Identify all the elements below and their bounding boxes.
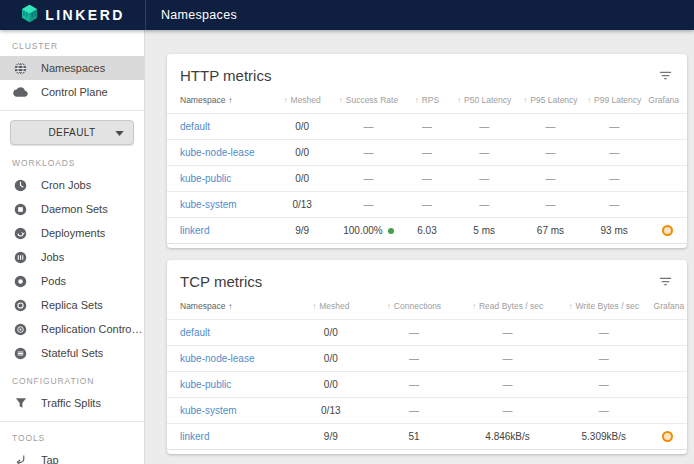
tcp-metrics-card: TCP metrics Namespace↑↑Meshed↑Connection…	[167, 260, 687, 454]
column-header-grafana: Grafana	[645, 91, 687, 114]
metric-cell: —	[333, 114, 403, 140]
metric-cell: —	[557, 372, 651, 398]
sidebar-sections: CLUSTERNamespacesControl PlaneDEFAULTWOR…	[0, 30, 144, 464]
column-header-write-bytes-sec[interactable]: ↑Write Bytes / sec	[557, 297, 651, 320]
grafana-cell	[651, 320, 687, 346]
table-row-linkerd: linkerd9/9100.00%6.035 ms67 ms93 ms	[167, 218, 687, 244]
sidebar-item-daemon-sets[interactable]: Daemon Sets	[0, 197, 144, 221]
namespace-link[interactable]: kube-system	[180, 199, 237, 210]
traffic-splits-icon	[13, 397, 28, 409]
topbar-divider	[145, 0, 146, 30]
sidebar-item-jobs[interactable]: Jobs	[0, 245, 144, 269]
namespace-cell: linkerd	[167, 424, 292, 450]
daemon-sets-icon	[13, 203, 28, 216]
column-header-namespace[interactable]: Namespace↑	[167, 297, 292, 320]
column-header-rps[interactable]: ↑RPS	[404, 91, 451, 114]
grafana-icon[interactable]	[662, 225, 673, 236]
grafana-cell	[645, 114, 687, 140]
metric-cell: 6.03	[404, 218, 451, 244]
tcp-metrics-title: TCP metrics	[180, 273, 262, 290]
metric-cell: —	[404, 140, 451, 166]
sidebar-section-workloads: WORKLOADSCron JobsDaemon SetsDeployments…	[0, 147, 144, 365]
namespace-link[interactable]: kube-node-lease	[180, 147, 255, 158]
namespace-cell: default	[167, 320, 292, 346]
grafana-cell	[645, 192, 687, 218]
grafana-cell	[651, 372, 687, 398]
sidebar-item-replication-controllers[interactable]: Replication Controllers	[0, 317, 144, 341]
sidebar-item-deployments[interactable]: Deployments	[0, 221, 144, 245]
sort-icon: ↑	[387, 302, 391, 311]
column-header-meshed[interactable]: ↑Meshed	[292, 297, 370, 320]
namespace-link[interactable]: default	[180, 121, 210, 132]
namespace-link[interactable]: linkerd	[180, 431, 209, 442]
sidebar-item-label: Pods	[41, 275, 66, 287]
namespace-selector-value: DEFAULT	[48, 127, 95, 138]
filter-list-icon[interactable]	[658, 274, 673, 289]
namespace-link[interactable]: kube-node-lease	[180, 353, 255, 364]
metric-cell: 93 ms	[583, 218, 645, 244]
sort-asc-icon: ↑	[228, 302, 232, 311]
deployments-icon	[13, 227, 28, 240]
sidebar-section-label: CLUSTER	[0, 30, 144, 56]
column-header-read-bytes-sec[interactable]: ↑Read Bytes / sec	[458, 297, 557, 320]
metric-cell: —	[458, 398, 557, 424]
metric-cell: —	[370, 398, 458, 424]
namespace-link[interactable]: kube-public	[180, 379, 231, 390]
metric-cell: —	[458, 320, 557, 346]
sidebar: CLUSTERNamespacesControl PlaneDEFAULTWOR…	[0, 30, 145, 464]
namespace-link[interactable]: kube-system	[180, 405, 237, 416]
sidebar-item-label: Namespaces	[41, 62, 105, 74]
sidebar-item-replica-sets[interactable]: Replica Sets	[0, 293, 144, 317]
namespace-link[interactable]: kube-public	[180, 173, 231, 184]
sidebar-item-label: Cron Jobs	[41, 179, 91, 191]
column-header-meshed[interactable]: ↑Meshed	[271, 91, 333, 114]
sidebar-item-label: Replica Sets	[41, 299, 103, 311]
column-header-p99-latency[interactable]: ↑P99 Latency	[583, 91, 645, 114]
metric-cell: 0/0	[292, 346, 370, 372]
sidebar-item-traffic-splits[interactable]: Traffic Splits	[0, 391, 144, 415]
column-header-p95-latency[interactable]: ↑P95 Latency	[518, 91, 583, 114]
metric-cell: —	[450, 140, 518, 166]
column-header-namespace[interactable]: Namespace↑	[167, 91, 271, 114]
sidebar-item-label: Deployments	[41, 227, 105, 239]
replica-sets-icon	[13, 299, 28, 312]
metric-cell: —	[333, 166, 403, 192]
sort-icon: ↑	[415, 96, 419, 105]
sidebar-item-control-plane[interactable]: Control Plane	[0, 80, 144, 104]
column-header-p50-latency[interactable]: ↑P50 Latency	[450, 91, 518, 114]
column-header-grafana: Grafana	[651, 297, 687, 320]
column-header-success-rate[interactable]: ↑Success Rate	[333, 91, 403, 114]
sidebar-item-namespaces[interactable]: Namespaces	[0, 56, 144, 80]
success-rate-cell: 100.00%	[333, 218, 403, 244]
metric-cell: —	[583, 166, 645, 192]
namespace-link[interactable]: default	[180, 327, 210, 338]
filter-list-icon[interactable]	[658, 68, 673, 83]
grafana-icon[interactable]	[662, 431, 673, 442]
sort-icon: ↑	[457, 96, 461, 105]
jobs-icon	[13, 251, 28, 264]
sort-icon: ↑	[568, 302, 572, 311]
sidebar-section-label: WORKLOADS	[0, 147, 144, 173]
sidebar-item-cron-jobs[interactable]: Cron Jobs	[0, 173, 144, 197]
brand[interactable]: LINKERD	[0, 0, 145, 30]
metric-cell: —	[404, 114, 451, 140]
namespace-link[interactable]: linkerd	[180, 225, 209, 236]
namespace-cell: kube-system	[167, 398, 292, 424]
namespace-cell: kube-system	[167, 192, 271, 218]
grafana-cell	[651, 398, 687, 424]
metric-cell: —	[518, 114, 583, 140]
main-content: HTTP metrics Namespace↑↑Meshed↑Success R…	[145, 30, 694, 464]
metric-cell: 0/0	[292, 320, 370, 346]
sidebar-item-stateful-sets[interactable]: Stateful Sets	[0, 341, 144, 365]
sort-icon: ↑	[523, 96, 527, 105]
sidebar-item-pods[interactable]: Pods	[0, 269, 144, 293]
table-row-kube-system: kube-system0/13—————	[167, 192, 687, 218]
sort-icon: ↑	[284, 96, 288, 105]
sidebar-item-tap[interactable]: Tap	[0, 448, 144, 464]
namespace-selector[interactable]: DEFAULT	[10, 120, 134, 145]
column-header-connections[interactable]: ↑Connections	[370, 297, 458, 320]
grafana-cell	[651, 424, 687, 450]
http-card-header: HTTP metrics	[167, 54, 687, 91]
metric-cell: 67 ms	[518, 218, 583, 244]
metric-cell: —	[333, 192, 403, 218]
